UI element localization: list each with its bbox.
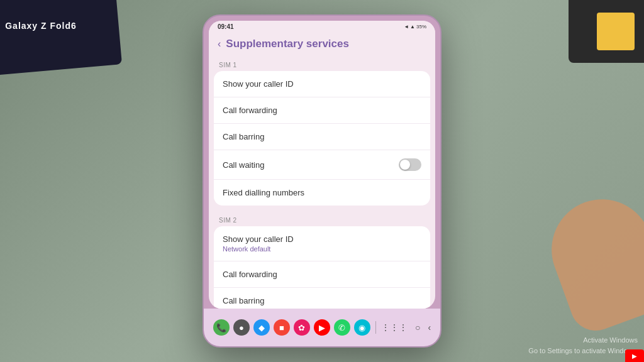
nav-system-icons: ⋮⋮⋮ ○ ‹ <box>381 322 431 332</box>
galaxy-box: Galaxy Z Fold6 <box>0 0 122 75</box>
sim2-caller-id[interactable]: Show your caller ID Network default <box>214 226 430 261</box>
status-time: 09:41 <box>218 23 234 30</box>
nav-dot-icon[interactable]: ● <box>233 319 250 336</box>
watermark-line2: Go to Settings to activate Windows. <box>528 346 638 356</box>
sim1-card: Show your caller ID Call forwarding Call… <box>214 71 430 206</box>
sim2-call-barring-label: Call barring <box>223 296 264 305</box>
sim1-call-waiting[interactable]: Call waiting <box>214 150 430 180</box>
sim2-call-barring[interactable]: Call barring <box>214 288 430 309</box>
nav-grid-icon[interactable]: ⋮⋮⋮ <box>381 322 408 332</box>
sim1-call-waiting-label: Call waiting <box>223 160 264 170</box>
status-bar: 09:41 ◄ ▲ 35% <box>209 21 435 33</box>
battery-icon: 35% <box>416 24 426 30</box>
sim1-call-forwarding[interactable]: Call forwarding <box>214 97 430 124</box>
signal-icon: ◄ <box>404 24 409 30</box>
page-title: Supplementary services <box>226 38 349 50</box>
sim1-caller-id[interactable]: Show your caller ID <box>214 71 430 97</box>
nav-pink-icon[interactable]: ✿ <box>294 319 310 336</box>
nav-youtube-icon[interactable]: ▶ <box>314 319 330 336</box>
nav-red-icon[interactable]: ■ <box>274 319 290 336</box>
nav-phone-icon[interactable]: 📞 <box>213 319 230 336</box>
sim1-label: SIM 1 <box>214 57 430 71</box>
phone-device: 09:41 ◄ ▲ 35% ‹ Supplementary services S… <box>203 14 441 348</box>
nav-home-icon[interactable]: ○ <box>415 322 420 332</box>
windows-watermark: Activate Windows Go to Settings to activ… <box>528 335 638 356</box>
status-icons: ◄ ▲ 35% <box>404 24 426 30</box>
yt-corner-icon: ▶ <box>625 349 644 362</box>
galaxy-box-label: Galaxy Z Fold6 <box>5 21 77 31</box>
sim1-call-barring[interactable]: Call barring <box>214 124 430 150</box>
sim1-call-waiting-knob <box>400 160 410 170</box>
sim2-card: Show your caller ID Network default Call… <box>214 226 430 309</box>
sim1-caller-id-label: Show your caller ID <box>223 79 294 89</box>
toy-corner <box>569 0 644 63</box>
bottom-nav: 📞 ● ◆ ■ ✿ ▶ ✆ ◉ ⋮⋮⋮ ○ ‹ <box>204 309 440 346</box>
content-area[interactable]: SIM 1 Show your caller ID Call forwardin… <box>209 57 435 309</box>
page-header: ‹ Supplementary services <box>209 33 435 57</box>
sim1-fixed-dialling[interactable]: Fixed dialling numbers <box>214 180 430 206</box>
sim2-label: SIM 2 <box>214 212 430 226</box>
phone-screen: 09:41 ◄ ▲ 35% ‹ Supplementary services S… <box>209 21 435 309</box>
sim1-call-barring-label: Call barring <box>223 132 264 141</box>
nav-bixby-icon[interactable]: ◆ <box>253 319 270 336</box>
sim2-call-forwarding[interactable]: Call forwarding <box>214 261 430 288</box>
sim1-call-forwarding-label: Call forwarding <box>223 106 277 115</box>
nav-back-icon[interactable]: ‹ <box>428 322 431 332</box>
back-button[interactable]: ‹ <box>218 38 221 50</box>
sim2-call-forwarding-label: Call forwarding <box>223 270 277 279</box>
sim2-caller-id-sublabel: Network default <box>223 245 294 253</box>
sim2-caller-id-label: Show your caller ID <box>223 234 294 244</box>
wifi-icon: ▲ <box>410 24 415 30</box>
sim1-fixed-dialling-label: Fixed dialling numbers <box>223 188 304 197</box>
sim1-call-waiting-toggle[interactable] <box>399 158 421 171</box>
nav-whatsapp-icon[interactable]: ✆ <box>334 319 350 336</box>
watermark-line1: Activate Windows <box>528 335 638 346</box>
toy-yellow <box>597 13 635 50</box>
nav-divider <box>375 321 376 334</box>
nav-teal-icon[interactable]: ◉ <box>354 319 370 336</box>
